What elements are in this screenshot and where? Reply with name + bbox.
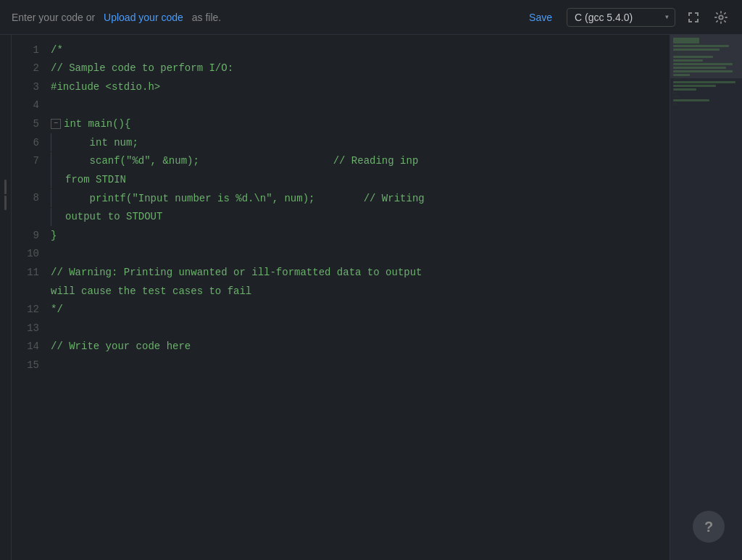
help-icon: ? [704,519,713,535]
minimap-line [673,99,709,101]
code-line-11: // Warning: Printing unwanted or ill-for… [48,263,670,282]
code-line-4 [48,96,670,115]
app-container: Enter your code or Upload your code as f… [0,0,742,560]
code-line-7b: from STDIN [48,170,670,189]
left-mark [4,196,7,210]
editor-container: 1 2 3 4 5 6 7 8 9 10 11 12 13 14 [0,35,742,560]
expand-button[interactable] [684,8,703,27]
code-text: printf("Input number is %d.\n", num); //… [65,193,425,204]
code-text: */ [51,304,63,314]
line-num-14: 14 [27,338,39,356]
code-line-12: */ [48,300,670,319]
line-numbers: 1 2 3 4 5 6 7 8 9 10 11 12 13 14 [12,35,48,560]
left-marks [4,180,7,210]
prompt-text: Enter your code or [12,12,95,23]
code-text: // Sample code to perform I/O: [51,63,233,73]
line-num-6: 6 [33,133,39,152]
line-num-10: 10 [27,245,39,264]
indent-bar [51,189,62,207]
line-num-3: 3 [33,78,39,96]
minimap-line [673,96,680,98]
code-line-14: // Write your code here [48,338,670,356]
code-text: } [51,230,57,241]
code-line-1: /* [48,41,670,59]
line-num-15: 15 [27,356,39,375]
left-gutter [0,35,12,560]
code-text: #include <stdio.h> [51,82,160,92]
code-line-5: − int main(){ [48,114,670,133]
svg-point-0 [719,15,722,19]
code-line-6: int num; [48,133,670,152]
code-text: from STDIN [65,175,126,185]
code-text: scanf("%d", &num); // Reading inp [65,156,418,166]
line-num-2: 2 [33,59,39,78]
left-mark [4,180,7,194]
indent-bar [51,133,62,151]
minimap-line [673,56,713,58]
line-num-12: 12 [27,300,39,319]
language-selector-wrapper: C (gcc 5.4.0) C++ (gcc 5.4.0) Java Pytho… [567,8,675,27]
code-line-8: printf("Input number is %d.\n", num); //… [48,189,670,208]
code-line-13 [48,319,670,338]
minimap-line [673,74,690,76]
minimap-line [673,85,716,87]
minimap-line [673,70,733,72]
minimap-line [673,38,699,43]
settings-icon [714,11,728,24]
code-text: /* [51,45,63,55]
minimap-line [673,88,696,91]
code-text: output to STDOUT [65,212,162,222]
line-num-11: 11 [27,263,39,282]
fold-icon[interactable]: − [51,119,61,129]
minimap-line [673,103,677,105]
minimap-line [673,92,677,94]
toolbar-left: Enter your code or Upload your code as f… [12,12,523,23]
minimap-line [673,63,733,65]
help-button[interactable]: ? [693,511,725,543]
line-num-13: 13 [27,319,39,338]
expand-icon [687,11,700,24]
code-line-8b: output to STDOUT [48,207,670,226]
line-num-9: 9 [33,226,39,245]
minimap-line [673,52,683,54]
indent-bar [51,152,62,170]
code-text: // Write your code here [51,341,191,351]
save-button[interactable]: Save [523,9,558,26]
code-line-9: } [48,226,670,245]
code-text: // Warning: Printing unwanted or ill-for… [51,267,422,277]
line-num-4: 4 [33,96,39,115]
minimap [670,35,742,560]
line-num-1: 1 [33,41,39,59]
line-num-7: 7 [33,152,39,171]
toolbar-right: Save C (gcc 5.4.0) C++ (gcc 5.4.0) Java … [523,8,730,27]
code-line-7: scanf("%d", &num); // Reading inp [48,152,670,171]
minimap-line [673,67,726,69]
minimap-line [673,45,729,47]
upload-link[interactable]: Upload your code [104,12,183,23]
code-line-10 [48,245,670,264]
code-line-2: // Sample code to perform I/O: [48,59,670,78]
code-line-3: #include <stdio.h> [48,78,670,96]
code-line-11b: will cause the test cases to fail [48,282,670,301]
minimap-line [673,59,703,62]
language-select[interactable]: C (gcc 5.4.0) C++ (gcc 5.4.0) Java Pytho… [567,8,675,27]
prompt-suffix: as file. [192,12,221,23]
toolbar: Enter your code or Upload your code as f… [0,0,742,35]
settings-button[interactable] [712,8,730,27]
minimap-line [673,78,680,80]
code-text: int main(){ [64,119,130,129]
minimap-line [673,81,735,83]
code-area: 1 2 3 4 5 6 7 8 9 10 11 12 13 14 [12,35,670,560]
indent-bar [51,170,62,188]
minimap-line [673,49,720,51]
line-num-5: 5 [33,114,39,133]
code-text: will cause the test cases to fail [51,286,251,296]
editor-main[interactable]: 1 2 3 4 5 6 7 8 9 10 11 12 13 14 [12,35,670,560]
indent-bar [51,208,62,226]
code-text: int num; [65,138,138,148]
line-num-8: 8 [33,189,39,208]
code-line-15 [48,356,670,375]
code-content[interactable]: /* // Sample code to perform I/O: #inclu… [48,35,670,560]
